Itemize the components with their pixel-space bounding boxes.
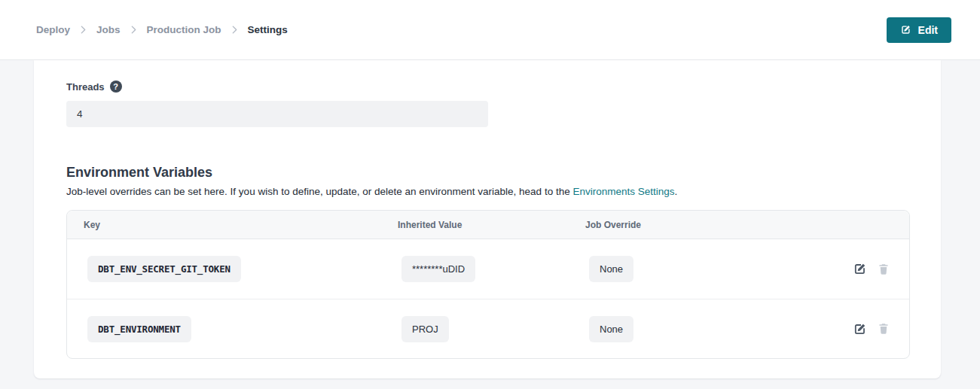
chevron-right-icon [232,26,237,34]
table-header-row: Key Inherited Value Job Override [67,211,909,239]
description-period: . [675,186,678,197]
env-var-key: DBT_ENVIRONMENT [87,316,191,342]
description-text: Job-level overrides can be set here. If … [66,186,572,197]
breadcrumb: Deploy Jobs Production Job Settings [36,24,288,35]
breadcrumb-item-production-job[interactable]: Production Job [147,24,221,35]
row-edit-button[interactable] [853,322,867,336]
page-header: Deploy Jobs Production Job Settings Edit [0,0,980,60]
env-vars-table: Key Inherited Value Job Override DBT_ENV… [66,210,910,359]
env-var-key: DBT_ENV_SECRET_GIT_TOKEN [87,256,241,282]
environments-settings-link[interactable]: Environments Settings [572,186,674,197]
edit-button[interactable]: Edit [887,17,951,43]
table-row: DBT_ENVIRONMENT PROJ None [67,299,909,358]
threads-input[interactable] [66,101,488,127]
environment-variables-description: Job-level overrides can be set here. If … [66,186,941,197]
env-var-inherited-value: PROJ [401,316,449,342]
env-var-inherited-value: ********uDID [401,256,475,282]
edit-button-label: Edit [918,24,938,36]
env-var-job-override: None [589,316,633,342]
env-var-job-override: None [589,256,633,282]
help-icon[interactable]: ? [110,81,122,93]
breadcrumb-item-jobs[interactable]: Jobs [96,24,121,35]
column-header-key: Key [84,220,398,230]
column-header-inherited-value: Inherited Value [398,220,585,230]
table-row: DBT_ENV_SECRET_GIT_TOKEN ********uDID No… [67,239,909,299]
edit-pencil-icon [900,24,911,35]
column-header-job-override: Job Override [585,220,819,230]
breadcrumb-current-settings: Settings [248,24,288,35]
chevron-right-icon [131,26,136,34]
breadcrumb-item-deploy[interactable]: Deploy [36,24,70,35]
threads-field-group: Threads ? [66,81,941,127]
threads-label: Threads [66,81,105,93]
settings-card: Threads ? Environment Variables Job-leve… [34,60,941,378]
row-edit-button[interactable] [853,262,867,276]
row-delete-button [877,263,890,276]
environment-variables-section: Environment Variables Job-level override… [66,165,941,359]
row-delete-button [877,322,890,336]
chevron-right-icon [81,26,86,34]
environment-variables-title: Environment Variables [66,165,941,181]
